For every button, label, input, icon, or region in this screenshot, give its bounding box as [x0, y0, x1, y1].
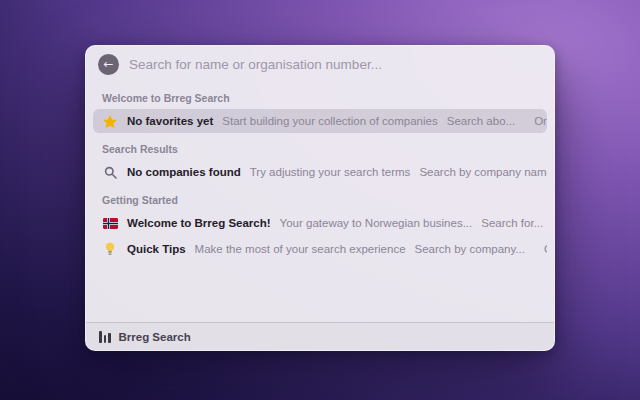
launcher-window: ← Welcome to Brreg Search No favorites y… [85, 45, 555, 351]
list-item-quick-tips[interactable]: Quick Tips Make the most of your search … [93, 237, 547, 261]
item-accessory: Search by company name [419, 166, 547, 178]
list-item-no-companies[interactable]: No companies found Try adjusting your se… [93, 160, 547, 184]
item-title: No companies found [127, 166, 241, 178]
item-subtitle: Your gateway to Norwegian busines... [280, 217, 473, 229]
list-item-no-favorites[interactable]: No favorites yet Start building your col… [93, 109, 547, 133]
desktop-background: { "window": { "header": { "back_icon": "… [0, 0, 640, 400]
lightbulb-icon [102, 242, 118, 256]
item-hint: Organize with custom emojis [524, 115, 547, 127]
search-bar: ← [86, 46, 554, 82]
item-subtitle: Make the most of your search experience [195, 243, 406, 255]
brreg-logo-icon [99, 331, 111, 343]
item-accessory: Search for... [481, 217, 543, 229]
section-title-search-results: Search Results [86, 135, 554, 160]
item-title: No favorites yet [127, 115, 213, 127]
item-hint: Or organization number [534, 243, 547, 255]
item-title: Quick Tips [127, 243, 186, 255]
item-subtitle: Try adjusting your search terms [250, 166, 411, 178]
item-accessory: Search by company... [415, 243, 525, 255]
list-item-welcome-brreg[interactable]: Welcome to Brreg Search! Your gateway to… [93, 211, 547, 235]
item-subtitle: Start building your collection of compan… [222, 115, 437, 127]
magnifier-icon [102, 166, 118, 179]
star-icon [102, 115, 118, 128]
section-title-welcome: Welcome to Brreg Search [86, 84, 554, 109]
results-list: Welcome to Brreg Search No favorites yet… [86, 82, 554, 322]
back-arrow-icon: ← [103, 57, 113, 71]
item-accessory: Search abo... [447, 115, 515, 127]
item-title: Welcome to Brreg Search! [127, 217, 271, 229]
status-bar: Brreg Search [86, 322, 554, 350]
app-name: Brreg Search [119, 331, 191, 343]
section-title-getting-started: Getting Started [86, 186, 554, 211]
back-button[interactable]: ← [98, 54, 119, 75]
search-input[interactable] [129, 57, 540, 72]
norwegian-flag-icon [102, 218, 118, 229]
